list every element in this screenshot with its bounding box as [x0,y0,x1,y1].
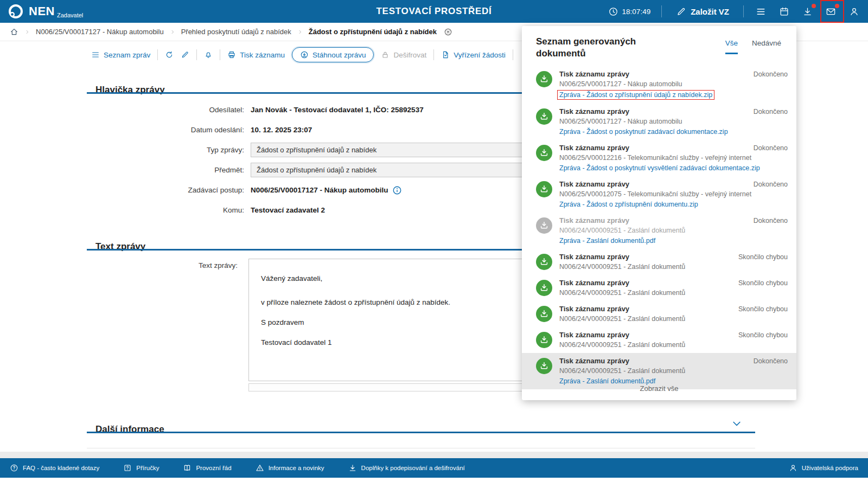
decrypt-button[interactable]: Dešifrovat [381,50,426,59]
close-view-button[interactable] [444,28,452,36]
downloads-button[interactable] [801,5,814,18]
document-status: Dokončeno [748,70,788,78]
toolbar-separator [157,49,158,60]
document-download-link[interactable]: Zpráva - Žádost o zpřístupnění údajů z n… [557,90,714,100]
sender-value: Jan Novák - Testovací dodavatel 1, IČO: … [251,106,424,114]
session-clock: 18:07:49 [608,7,651,17]
document-download-link[interactable]: Zpráva - Zaslání dokumentů.pdf [559,236,655,245]
footer-link-faq[interactable]: FAQ - často kladené dotazy [10,464,99,472]
tab-recent[interactable]: Nedávné [752,39,781,54]
generated-document-item[interactable]: Tisk záznamu zprávy Dokončeno N006/25/V0… [522,140,796,176]
toolbar-separator [196,49,197,60]
clock-time: 18:07:49 [622,8,651,16]
separator [661,5,662,17]
section-title-more: Další informace [95,424,164,435]
tab-all[interactable]: Vše [725,39,738,54]
download-message-button[interactable]: Stáhnout zprávu [292,47,374,62]
profile-button[interactable] [848,5,860,18]
generated-document-item[interactable]: Tisk záznamu zprávy Skončilo chybou N006… [522,249,796,275]
messages-badge [835,4,839,8]
edit-message-button[interactable] [181,50,189,59]
print-record-button[interactable]: Tisk záznamu [227,50,285,59]
document-subtitle: N006/25/V00017127 - Nákup automobilu [559,117,788,126]
breadcrumb-item-overview[interactable]: Přehled poskytnutí údajů z nabídek [181,28,291,36]
download-icon [802,7,813,17]
doc-download-icon [536,71,552,87]
show-all-button[interactable]: Zobrazit vše [522,384,796,393]
document-download-link[interactable]: Zpráva - Žádost o poskytnutí zadávací do… [559,127,728,136]
generated-documents-list: Tisk záznamu zprávy Dokončeno N006/25/V0… [522,66,796,389]
breadcrumb-item-current: Žádost o zpřístupnění údajů z nabídek [309,28,437,36]
messages-button[interactable] [825,5,837,18]
field-label: Zadávací postup: [87,186,251,194]
faq-icon [10,464,18,472]
document-subtitle: N006/24/V00009251 - Zaslání dokumentů [559,226,788,235]
footer-bar: FAQ - často kladené dotazy Příručky Prov… [0,458,868,478]
generated-document-item[interactable]: Tisk záznamu zprávy Dokončeno N006/24/V0… [522,213,796,249]
footer-link-plugins[interactable]: Doplňky k podepisování a dešifrování [348,464,465,472]
doc-download-icon [536,254,552,270]
notification-button[interactable] [204,50,213,59]
document-status: Dokončeno [748,144,788,152]
notification-icon [204,50,213,59]
field-label: Typ zprávy: [87,146,251,154]
message-toolbar: Seznam zpráv Tisk záznamu Stáhnout zpráv… [91,47,582,62]
top-bar: NEN Zadavatel TESTOVACÍ PROSTŘEDÍ 18:07:… [0,0,868,23]
footer-link-support[interactable]: Uživatelská podpora [789,464,858,472]
calendar-button[interactable] [778,5,790,18]
document-title: Tisk záznamu zprávy [559,357,748,365]
generated-document-item[interactable]: Tisk záznamu zprávy Skončilo chybou N006… [522,301,796,327]
main-menu-button[interactable] [755,5,767,18]
footer-link-news[interactable]: Informace a novinky [256,464,324,472]
field-label: Komu: [87,206,251,214]
document-title: Tisk záznamu zprávy [559,331,733,339]
home-icon[interactable] [10,28,18,36]
footer-link-rules[interactable]: Provozní řád [183,464,231,472]
chevron-down-icon [731,418,742,429]
document-subtitle: N006/25/V00012075 - Telekomunikační služ… [559,190,788,198]
generated-document-item[interactable]: Tisk záznamu zprávy Skončilo chybou N006… [522,327,796,353]
message-list-button[interactable]: Seznam zpráv [91,50,150,59]
manual-icon [123,464,132,472]
content-divider [87,448,755,448]
footer-link-manuals[interactable]: Příručky [123,464,159,472]
document-title: Tisk záznamu zprávy [559,70,748,79]
expand-more-info-button[interactable] [731,418,742,429]
print-icon [227,50,236,59]
document-download-link[interactable]: Zpráva - Žádost o poskytnutí vysvětlení … [559,164,760,172]
generated-document-item[interactable]: Tisk záznamu zprávy Dokončeno N006/24/V0… [522,353,796,389]
document-status: Dokončeno [748,181,788,188]
generated-document-item[interactable]: Tisk záznamu zprávy Dokončeno N006/25/V0… [522,104,796,140]
create-vz-button[interactable]: Založit VZ [673,6,732,17]
doc-download-icon [536,358,552,374]
procedure-info-button[interactable] [393,186,401,195]
field-label: Odesílatel: [87,106,251,114]
user-icon [849,7,859,17]
top-actions: 18:07:49 Založit VZ [608,0,860,23]
refresh-icon [165,50,174,59]
toolbar-separator [220,49,220,60]
document-title: Tisk záznamu zprávy [559,144,748,152]
document-status: Dokončeno [748,108,788,115]
download-circle-icon [300,50,309,59]
doc-download-icon [536,217,552,234]
generated-document-item[interactable]: Tisk záznamu zprávy Skončilo chybou N006… [522,275,796,301]
doc-download-icon [536,181,552,197]
nen-logo[interactable]: NEN Zadavatel [8,3,83,20]
resolve-request-button[interactable]: Vyřízení žádosti [441,50,506,59]
doc-download-icon [536,332,552,348]
procedure-value: N006/25/V00017127 - Nákup automobilu [251,186,388,194]
document-download-link[interactable]: Zpráva - Žádost o zpřístupnění dokumentu… [559,200,698,209]
generated-document-item[interactable]: Tisk záznamu zprávy Dokončeno N006/25/V0… [522,176,796,213]
document-subtitle: N006/24/V00009251 - Zaslání dokumentů [559,341,788,349]
list-icon [91,50,100,59]
refresh-button[interactable] [165,50,174,59]
doc-download-icon [536,306,552,322]
breadcrumb-item-procedure[interactable]: N006/25/V00017127 - Nákup automobilu [36,28,164,36]
rules-icon [183,464,192,472]
downloads-badge [812,4,816,8]
generated-document-item[interactable]: Tisk záznamu zprávy Dokončeno N006/25/V0… [522,66,796,104]
clock-icon [608,7,618,17]
field-label: Datum odeslání: [87,126,251,134]
edit-icon [676,7,686,17]
